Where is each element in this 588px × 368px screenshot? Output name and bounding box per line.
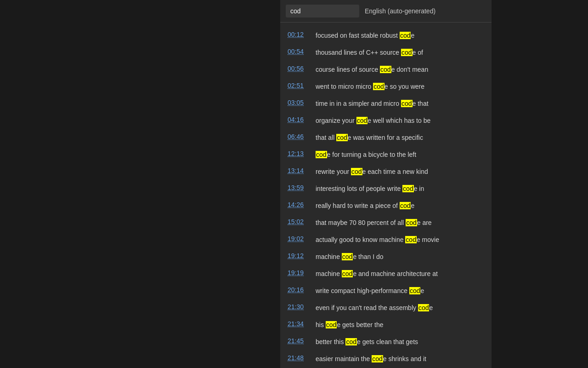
transcript-item[interactable]: 15:02that maybe 70 80 percent of all cod… [280, 214, 492, 231]
search-highlight: cod [345, 338, 357, 345]
transcript-text: actually good to know machine code movie [316, 235, 439, 245]
timestamp[interactable]: 21:45 [288, 337, 308, 345]
search-highlight: cod [401, 100, 413, 107]
transcript-text: that all code was written for a specific [316, 133, 423, 143]
transcript-text: thousand lines of C++ source code of [316, 48, 423, 58]
timestamp[interactable]: 13:59 [288, 184, 308, 191]
search-input[interactable] [286, 5, 359, 17]
search-highlight: cod [373, 83, 384, 90]
transcript-list: 00:12focused on fast stable robust code0… [280, 23, 492, 368]
timestamp[interactable]: 03:05 [288, 99, 308, 106]
search-highlight: cod [326, 321, 337, 328]
transcript-panel: English (auto-generated) 00:12focused on… [280, 0, 492, 368]
transcript-item[interactable]: 03:05 time in in a simpler and micro cod… [280, 95, 492, 112]
timestamp[interactable]: 00:12 [288, 31, 308, 38]
transcript-text: machine code than I do [316, 252, 384, 262]
search-highlight: cod [409, 287, 421, 294]
transcript-text: his code gets better the [316, 320, 384, 330]
transcript-item[interactable]: 21:30even if you can't read the assembly… [280, 299, 492, 316]
timestamp[interactable]: 02:51 [288, 82, 308, 89]
transcript-item[interactable]: 13:14rewrite your code each time a new k… [280, 163, 492, 180]
transcript-text: course lines of source code don't mean [316, 65, 428, 75]
timestamp[interactable]: 13:14 [288, 167, 308, 174]
search-highlight: cod [380, 66, 391, 73]
search-highlight: cod [372, 355, 383, 362]
transcript-item[interactable]: 21:48easier maintain the code shrinks an… [280, 351, 492, 368]
transcript-text: time in in a simpler and micro code that [316, 99, 429, 109]
search-highlight: cod [356, 117, 368, 124]
timestamp[interactable]: 00:56 [288, 65, 308, 72]
transcript-text: even if you can't read the assembly code [316, 303, 433, 313]
timestamp[interactable]: 04:16 [288, 116, 308, 123]
timestamp[interactable]: 19:12 [288, 252, 308, 259]
transcript-item[interactable]: 20:16write compact high-performance code [280, 282, 492, 299]
timestamp[interactable]: 00:54 [288, 48, 308, 55]
search-highlight: cod [401, 49, 413, 56]
timestamp[interactable]: 20:16 [288, 286, 308, 293]
transcript-text: interesting lots of people write code in [316, 184, 424, 194]
search-highlight: cod [418, 304, 430, 311]
transcript-text: code for turning a bicycle to the left [316, 150, 416, 160]
search-highlight: cod [400, 32, 411, 39]
transcript-item[interactable]: 13:59interesting lots of people write co… [280, 180, 492, 197]
transcript-item[interactable]: 02:51went to micro micro code so you wer… [280, 78, 492, 95]
transcript-text: focused on fast stable robust code [316, 31, 414, 40]
search-highlight: cod [351, 168, 362, 175]
search-highlight: cod [342, 253, 353, 260]
transcript-text: went to micro micro code so you were [316, 82, 424, 92]
search-highlight: cod [336, 134, 348, 141]
transcript-item[interactable]: 21:34his code gets better the [280, 316, 492, 334]
timestamp[interactable]: 21:34 [288, 320, 308, 328]
search-highlight: cod [400, 202, 411, 209]
timestamp[interactable]: 19:02 [288, 235, 308, 242]
transcript-item[interactable]: 19:02actually good to know machine code … [280, 231, 492, 248]
search-highlight: cod [405, 236, 417, 243]
transcript-item[interactable]: 19:19machine code and machine architectu… [280, 265, 492, 282]
transcript-item[interactable]: 19:12machine code than I do [280, 248, 492, 265]
timestamp[interactable]: 06:46 [288, 133, 308, 140]
timestamp[interactable]: 15:02 [288, 218, 308, 225]
language-label: English (auto-generated) [365, 7, 435, 15]
timestamp[interactable]: 19:19 [288, 269, 308, 276]
search-bar: English (auto-generated) [280, 0, 492, 23]
transcript-item[interactable]: 12:13code for turning a bicycle to the l… [280, 146, 492, 163]
transcript-item[interactable]: 14:26really hard to write a piece of cod… [280, 197, 492, 214]
transcript-text: really hard to write a piece of code [316, 201, 414, 211]
search-highlight: cod [342, 270, 353, 277]
timestamp[interactable]: 21:30 [288, 303, 308, 310]
transcript-item[interactable]: 00:56 course lines of source code don't … [280, 61, 492, 78]
transcript-text: that maybe 70 80 percent of all code are [316, 218, 432, 228]
transcript-item[interactable]: 21:45better this code gets clean that ge… [280, 334, 492, 351]
transcript-text: easier maintain the code shrinks and it [316, 354, 426, 364]
timestamp[interactable]: 12:13 [288, 150, 308, 157]
search-highlight: cod [402, 185, 414, 192]
search-highlight: cod [316, 151, 327, 158]
transcript-item[interactable]: 04:16organize your code well which has t… [280, 112, 492, 129]
transcript-text: rewrite your code each time a new kind [316, 167, 428, 177]
timestamp[interactable]: 14:26 [288, 201, 308, 208]
transcript-text: better this code gets clean that gets [316, 337, 418, 347]
transcript-text: organize your code well which has to be [316, 116, 430, 126]
transcript-item[interactable]: 00:12focused on fast stable robust code [280, 27, 492, 44]
transcript-text: machine code and machine architecture at [316, 269, 438, 279]
search-highlight: cod [406, 219, 417, 226]
transcript-item[interactable]: 06:46 that all code was written for a sp… [280, 129, 492, 146]
transcript-text: write compact high-performance code [316, 286, 424, 296]
timestamp[interactable]: 21:48 [288, 354, 308, 362]
transcript-item[interactable]: 00:54 thousand lines of C++ source code … [280, 44, 492, 61]
